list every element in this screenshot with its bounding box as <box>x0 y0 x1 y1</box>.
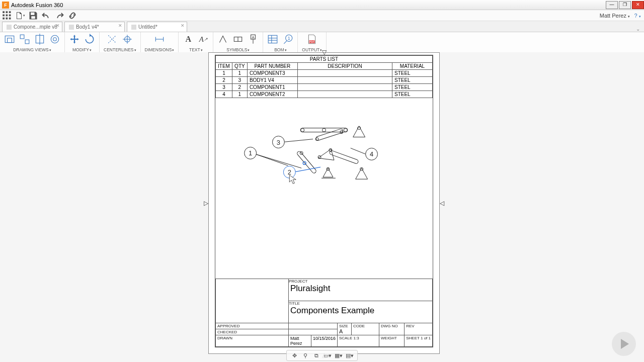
titlebar: F Autodesk Fusion 360 — ❐ ✕ <box>0 0 644 10</box>
redo-icon[interactable] <box>54 11 64 20</box>
col-material: MATERIAL <box>392 63 433 70</box>
parts-list-table[interactable]: PARTS LIST ITEM QTY PART NUMBER DESCRIPT… <box>215 55 433 98</box>
tab-body1[interactable]: Body1 v4* ✕ <box>64 22 125 32</box>
balloon-1[interactable]: 1 <box>249 149 252 157</box>
table-row[interactable]: 11COMPONENT3STEEL <box>216 70 433 77</box>
dwgno-label: DWG NO <box>379 323 405 335</box>
file-menu-icon[interactable]: ▾ <box>15 11 25 20</box>
svg-rect-5 <box>9 14 11 16</box>
help-icon[interactable]: ? ▾ <box>633 13 642 19</box>
title-label: TITLE <box>289 301 432 306</box>
svg-rect-14 <box>25 40 29 44</box>
table-row[interactable]: 23BODY1 V4STEEL <box>216 77 433 84</box>
dimension-icon[interactable] <box>154 34 165 45</box>
grid-menu-icon[interactable] <box>2 11 12 20</box>
scale-label: SCALE <box>339 336 352 340</box>
svg-line-65 <box>351 148 366 154</box>
projected-view-icon[interactable] <box>19 34 30 45</box>
tab-label: Compone...mple v8 <box>14 24 57 30</box>
section-view-icon[interactable] <box>34 34 45 45</box>
sheet-label: SHEET <box>406 336 420 340</box>
svg-rect-13 <box>20 35 24 39</box>
edge-marker-right: ◁ <box>440 200 444 207</box>
move-icon[interactable] <box>69 34 80 45</box>
minimize-button[interactable]: — <box>606 1 618 9</box>
ribbon-group-text: A A↗ TEXT▾ <box>179 32 213 53</box>
project-label: PROJECT <box>289 279 432 284</box>
group-label: MODIFY <box>72 47 89 52</box>
drawing-view[interactable]: 1 2 3 4 <box>215 98 433 264</box>
close-icon[interactable]: ✕ <box>181 23 185 28</box>
detail-view-icon[interactable] <box>49 34 60 45</box>
balloon-3[interactable]: 3 <box>277 139 280 146</box>
svg-rect-12 <box>8 38 12 43</box>
size-value: A <box>339 328 350 334</box>
centerline-icon[interactable] <box>107 34 118 45</box>
svg-point-44 <box>344 128 347 132</box>
drawn-by: Matt Perez <box>289 335 311 346</box>
title-block[interactable]: PROJECT Pluralsight TITLE Components Exa… <box>215 279 433 347</box>
pdf-icon[interactable]: PDF <box>306 34 317 45</box>
group-label: CENTERLINES <box>104 47 134 52</box>
svg-line-57 <box>256 154 302 168</box>
ribbon-group-dimensions: DIMENSIONS▾ <box>141 32 179 53</box>
maximize-button[interactable]: ❐ <box>619 1 631 9</box>
svg-rect-11 <box>5 36 14 42</box>
svg-rect-3 <box>3 14 5 16</box>
table-header-row: ITEM QTY PART NUMBER DESCRIPTION MATERIA… <box>216 63 433 70</box>
svg-rect-4 <box>6 14 8 16</box>
ribbon-group-modify: MODIFY▾ <box>65 32 100 53</box>
component-icon <box>7 25 12 30</box>
group-label: DIMENSIONS <box>145 47 172 52</box>
rotate-icon[interactable] <box>84 34 95 45</box>
gdt-icon[interactable] <box>232 34 244 45</box>
svg-rect-32 <box>269 35 278 43</box>
svg-line-63 <box>283 139 313 142</box>
surface-icon[interactable] <box>217 34 228 45</box>
drawing-frame: PARTS LIST ITEM QTY PART NUMBER DESCRIPT… <box>215 55 433 347</box>
leader-text-icon[interactable]: A↗ <box>198 34 209 45</box>
view-navbar: ✥ ⚲ ⧉ ▭▾ ▦▾ ▤▾ <box>286 350 358 361</box>
zoom-icon[interactable]: ⚲ <box>301 351 310 359</box>
drawing-canvas[interactable]: ▽ ▷ ◁ △ PARTS LIST ITEM QTY PART NUMBER … <box>0 52 644 362</box>
base-view-icon[interactable] <box>4 34 15 45</box>
svg-rect-41 <box>300 128 348 132</box>
svg-line-38 <box>284 41 287 44</box>
drawing-sheet[interactable]: ▽ ▷ ◁ △ PARTS LIST ITEM QTY PART NUMBER … <box>208 52 440 354</box>
size-label: SIZE <box>339 324 350 328</box>
rev-label: REV <box>405 323 433 335</box>
tab-label: Untitled* <box>138 24 157 30</box>
table-row[interactable]: 41COMPONENT2STEEL <box>216 91 433 98</box>
centermark-icon[interactable] <box>122 34 133 45</box>
tab-components[interactable]: Compone...mple v8 ✕ <box>2 22 62 32</box>
datum-icon[interactable]: A <box>248 34 259 45</box>
app-icon: F <box>2 2 9 9</box>
table-icon[interactable] <box>267 34 278 45</box>
close-icon[interactable]: ✕ <box>56 23 60 28</box>
tab-untitled[interactable]: Untitled* ✕ <box>127 22 187 32</box>
user-name: Matt Perez <box>600 13 626 19</box>
zoom-window-icon[interactable]: ⧉ <box>312 351 321 359</box>
pan-icon[interactable]: ✥ <box>290 351 299 359</box>
expand-tabs-icon[interactable]: ⌄ <box>636 26 640 32</box>
close-button[interactable]: ✕ <box>632 1 644 9</box>
sheet-value: 1 of 1 <box>421 336 431 340</box>
svg-point-17 <box>51 35 58 43</box>
balloon-icon[interactable]: 1 <box>282 34 293 45</box>
table-row[interactable]: 32COMPONENT1STEEL <box>216 84 433 91</box>
svg-rect-6 <box>3 17 5 19</box>
balloon-4[interactable]: 4 <box>370 150 373 158</box>
close-icon[interactable]: ✕ <box>118 23 122 28</box>
fit-icon[interactable]: ▭▾ <box>323 351 332 359</box>
body-icon <box>69 25 74 30</box>
play-button[interactable] <box>612 332 636 356</box>
text-icon[interactable]: A <box>183 34 194 45</box>
col-item: ITEM <box>216 63 232 70</box>
layout-icon[interactable]: ▦▾ <box>334 351 343 359</box>
undo-icon[interactable] <box>41 11 51 20</box>
save-icon[interactable] <box>28 11 38 20</box>
svg-rect-46 <box>315 128 343 141</box>
link-icon[interactable] <box>67 11 77 20</box>
user-menu[interactable]: Matt Perez ▾ <box>597 13 633 19</box>
grid-snap-icon[interactable]: ▤▾ <box>345 351 354 359</box>
